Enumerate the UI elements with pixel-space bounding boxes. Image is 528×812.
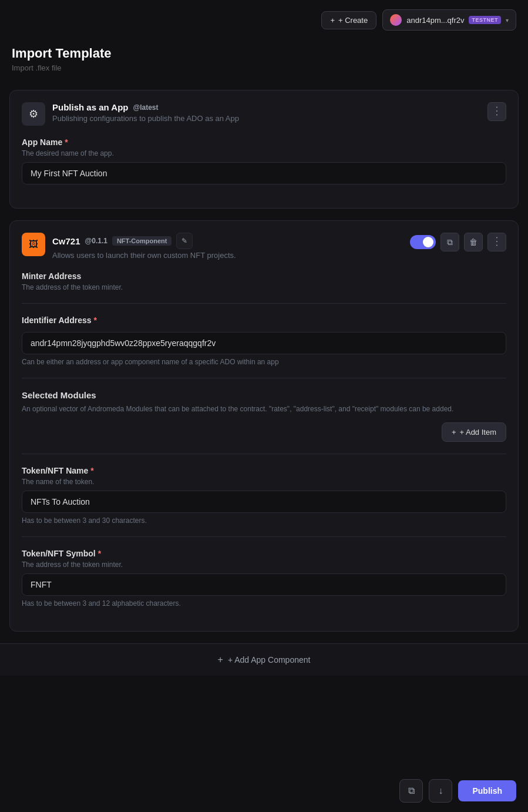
publish-card-desc: Publishing configurations to publish the… bbox=[52, 114, 239, 123]
add-component-label: + Add App Component bbox=[228, 655, 311, 665]
create-label: + Create bbox=[338, 16, 368, 25]
cw721-version: @0.1.1 bbox=[85, 237, 107, 245]
token-symbol-label: Token/NFT Symbol * bbox=[22, 549, 506, 558]
divider-3 bbox=[22, 454, 506, 454]
app-name-label-text: App Name bbox=[22, 137, 62, 147]
create-button[interactable]: + + Create bbox=[321, 11, 376, 29]
identifier-address-label-text: Identifier Address bbox=[22, 316, 92, 325]
publish-button[interactable]: Publish bbox=[458, 780, 516, 801]
cw721-card-title: Cw721 @0.1.1 NFT-Component ✎ bbox=[52, 233, 236, 249]
footer-copy-button[interactable]: ⧉ bbox=[399, 779, 423, 803]
cw721-card-actions: ⧉ 🗑 ··· bbox=[410, 233, 506, 251]
cw721-toggle-container bbox=[410, 235, 436, 249]
publish-card-version: @latest bbox=[133, 103, 158, 112]
page-title: Import Template bbox=[12, 46, 516, 61]
identifier-address-hint: Can be either an address or app componen… bbox=[22, 358, 506, 366]
cw721-toggle[interactable] bbox=[410, 235, 436, 249]
identifier-address-required: * bbox=[94, 316, 97, 325]
cw721-card-header-left: 🖼 Cw721 @0.1.1 NFT-Component ✎ Allows us… bbox=[22, 233, 236, 260]
cw721-tag: NFT-Component bbox=[112, 236, 172, 246]
chevron-down-icon: ▾ bbox=[506, 17, 509, 24]
cw721-desc: Allows users to launch their own custom … bbox=[52, 251, 236, 260]
app-name-hint: The desired name of the app. bbox=[22, 149, 506, 157]
minter-address-hint: The address of the token minter. bbox=[22, 283, 506, 291]
add-item-label: + Add Item bbox=[459, 428, 496, 437]
token-name-label-text: Token/NFT Name bbox=[22, 466, 88, 475]
add-item-button[interactable]: + + Add Item bbox=[442, 422, 506, 442]
footer-actions: ⧉ ↓ Publish bbox=[0, 770, 528, 812]
add-component-bar: + + Add App Component bbox=[0, 643, 528, 676]
identifier-address-label: Identifier Address * bbox=[22, 316, 506, 325]
token-name-input[interactable] bbox=[22, 491, 506, 513]
network-badge: TESTNET bbox=[469, 16, 501, 24]
plus-icon: + bbox=[330, 16, 335, 25]
wallet-address: andr14pm...qfr2v bbox=[406, 16, 464, 25]
plus-icon: + bbox=[452, 428, 456, 437]
token-name-required: * bbox=[90, 466, 93, 475]
trash-icon: 🗑 bbox=[469, 237, 477, 247]
copy-icon: ⧉ bbox=[408, 786, 415, 796]
wallet-logo-icon bbox=[390, 14, 402, 26]
download-icon: ↓ bbox=[438, 786, 443, 796]
token-symbol-hint: The address of the token minter. bbox=[22, 561, 506, 569]
publish-card-icon: ⚙ bbox=[22, 102, 45, 126]
identifier-address-input[interactable] bbox=[22, 332, 506, 354]
plus-icon: + bbox=[218, 655, 223, 665]
publish-card-header: ⚙ Publish as an App @latest Publishing c… bbox=[22, 102, 506, 126]
cw721-edit-button[interactable]: ✎ bbox=[176, 233, 193, 249]
three-dots-icon: ··· bbox=[492, 236, 502, 247]
edit-icon: ✎ bbox=[181, 237, 187, 245]
footer-download-button[interactable]: ↓ bbox=[429, 779, 452, 803]
add-app-component-button[interactable]: + + Add App Component bbox=[218, 655, 311, 665]
copy-icon: ⧉ bbox=[447, 237, 453, 247]
page-subtitle: Import .flex file bbox=[12, 63, 516, 72]
selected-modules-desc: An optional vector of Andromeda Modules … bbox=[22, 405, 506, 413]
minter-address-field-group: Minter Address The address of the token … bbox=[22, 271, 506, 291]
cw721-copy-button[interactable]: ⧉ bbox=[440, 233, 459, 251]
publish-card-menu-button[interactable]: ··· bbox=[487, 102, 506, 121]
cw721-card: 🖼 Cw721 @0.1.1 NFT-Component ✎ Allows us… bbox=[9, 220, 519, 632]
cw721-card-header: 🖼 Cw721 @0.1.1 NFT-Component ✎ Allows us… bbox=[22, 233, 506, 260]
publish-card-header-left: ⚙ Publish as an App @latest Publishing c… bbox=[22, 102, 239, 126]
divider-1 bbox=[22, 303, 506, 304]
minter-address-label: Minter Address bbox=[22, 271, 506, 281]
token-name-field-group: Token/NFT Name * The name of the token. … bbox=[22, 466, 506, 525]
wallet-button[interactable]: andr14pm...qfr2v TESTNET ▾ bbox=[382, 9, 516, 31]
cw721-card-icon: 🖼 bbox=[22, 233, 45, 256]
divider-2 bbox=[22, 378, 506, 378]
token-symbol-label-text: Token/NFT Symbol bbox=[22, 549, 96, 558]
selected-modules-heading: Selected Modules bbox=[22, 390, 506, 400]
app-name-label: App Name * bbox=[22, 137, 506, 147]
gear-icon: ⚙ bbox=[29, 108, 38, 120]
app-name-required: * bbox=[65, 137, 68, 147]
publish-label: Publish bbox=[472, 786, 502, 796]
three-dots-icon: ··· bbox=[492, 106, 502, 117]
token-symbol-required: * bbox=[98, 549, 101, 558]
cw721-delete-button[interactable]: 🗑 bbox=[464, 233, 483, 251]
page-title-section: Import Template Import .flex file bbox=[0, 40, 528, 90]
app-name-input[interactable] bbox=[22, 162, 506, 184]
identifier-address-field-group: Identifier Address * Can be either an ad… bbox=[22, 316, 506, 366]
cw721-title-text: Cw721 bbox=[52, 236, 80, 246]
token-name-validation: Has to be between 3 and 30 characters. bbox=[22, 516, 506, 525]
publish-card-title-text: Publish as an App bbox=[52, 102, 128, 112]
token-symbol-field-group: Token/NFT Symbol * The address of the to… bbox=[22, 549, 506, 608]
cw721-menu-button[interactable]: ··· bbox=[487, 233, 506, 251]
token-symbol-input[interactable] bbox=[22, 573, 506, 596]
cw721-card-title-group: Cw721 @0.1.1 NFT-Component ✎ Allows user… bbox=[52, 233, 236, 260]
publish-card-title-group: Publish as an App @latest Publishing con… bbox=[52, 102, 239, 123]
nft-icon: 🖼 bbox=[29, 239, 38, 250]
publish-as-app-card: ⚙ Publish as an App @latest Publishing c… bbox=[9, 90, 519, 209]
token-name-label: Token/NFT Name * bbox=[22, 466, 506, 475]
divider-4 bbox=[22, 536, 506, 537]
header: + + Create andr14pm...qfr2v TESTNET ▾ bbox=[0, 0, 528, 40]
publish-card-title: Publish as an App @latest bbox=[52, 102, 239, 112]
token-symbol-validation: Has to be between 3 and 12 alphabetic ch… bbox=[22, 599, 506, 608]
token-name-hint: The name of the token. bbox=[22, 478, 506, 486]
app-name-field-group: App Name * The desired name of the app. bbox=[22, 137, 506, 184]
